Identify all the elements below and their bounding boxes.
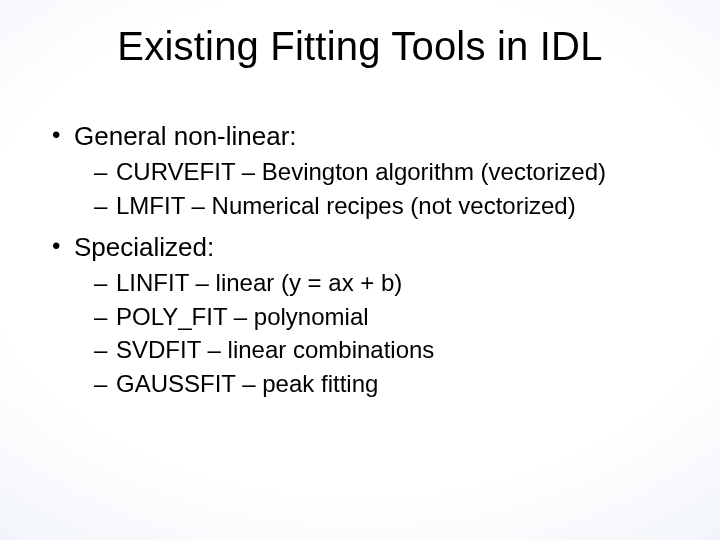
bullet-lvl2: CURVEFIT – Bevington algorithm (vectoriz… [48, 157, 672, 188]
bullet-lvl2: LMFIT – Numerical recipes (not vectorize… [48, 191, 672, 222]
slide-title: Existing Fitting Tools in IDL [0, 24, 720, 69]
bullet-lvl2: LINFIT – linear (y = ax + b) [48, 268, 672, 299]
slide: Existing Fitting Tools in IDL General no… [0, 0, 720, 540]
bullet-lvl2: SVDFIT – linear combinations [48, 335, 672, 366]
bullet-lvl1: Specialized: [48, 231, 672, 264]
bullet-lvl1: General non-linear: [48, 120, 672, 153]
bullet-lvl2: GAUSSFIT – peak fitting [48, 369, 672, 400]
slide-body: General non-linear: CURVEFIT – Bevington… [48, 120, 672, 403]
bullet-lvl2: POLY_FIT – polynomial [48, 302, 672, 333]
